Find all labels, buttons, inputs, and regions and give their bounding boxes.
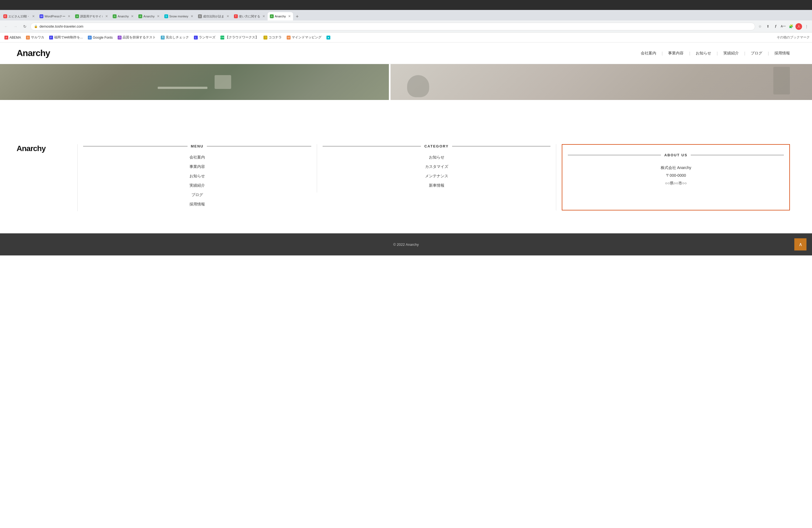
tab-close-icon[interactable]: ✕ [31,14,35,18]
tab-favicon: W [40,14,43,18]
bookmark-midashi[interactable]: 見 見出しチェック [159,34,191,41]
menu-icon[interactable]: ⋮ [803,23,810,30]
tab-label: Anarchy [118,15,129,18]
tab-label: エビさん13期・ [8,14,30,18]
bookmark-more[interactable]: その他のブックマーク [777,35,810,40]
tab-close-icon[interactable]: ✕ [104,14,108,18]
tab-tsukai[interactable]: T 使い方に関する ✕ [232,12,267,20]
tab-ebi[interactable]: E エビさん13期・ ✕ [1,12,37,20]
nav-company[interactable]: 会社案内 [635,51,662,56]
footer-menu-item-business[interactable]: 事業内容 [83,164,311,169]
back-button[interactable]: ← [2,23,10,30]
chevron-up-icon: ∧ [799,241,802,247]
bookmark-saruwaka[interactable]: S サルワカ [24,34,46,41]
new-tab-button[interactable]: + [293,13,301,20]
tab-favicon: S [164,14,168,18]
profile-icon[interactable]: 人 [795,23,802,30]
bookmark-favicon: 品 [118,35,121,40]
footer-category-column: CATEGORY お知らせ カスタマイズ メンテナンス 新車情報 [317,144,556,192]
nav-news[interactable]: お知らせ [690,51,717,56]
tab-anarchy-active[interactable]: A Anarchy ✕ [267,12,293,20]
forward-button[interactable]: → [12,23,19,30]
tab-seikou[interactable]: S 成功法則が詰ま ✕ [196,12,231,20]
footer-menu-item-recruit[interactable]: 採用情報 [83,202,311,207]
tab-label: Anarchy [275,15,286,18]
bookmark-label: ABEMA [10,35,21,40]
tab-label: Anarchy [143,15,155,18]
bookmark-more-label: その他のブックマーク [777,35,810,39]
footer-menu-item-achievements[interactable]: 実績紹介 [83,183,311,188]
footer-cat-item-maintenance[interactable]: メンテナンス [323,174,551,179]
bookmark-mindmap[interactable]: M マインドマッピング [285,34,324,41]
tab-close-icon[interactable]: ✕ [67,14,70,18]
tab-snow[interactable]: S Snow monkey ✕ [162,12,195,20]
footer-menu-item-news[interactable]: お知らせ [83,174,311,179]
translate-icon[interactable]: A一 [780,23,787,30]
tab-favicon: A [113,14,117,18]
tab-kadai[interactable]: A 課題用デモサイ↑ ✕ [73,12,110,20]
title-bar [0,0,812,10]
tab-label: Snow monkey [169,15,188,18]
share-icon[interactable]: ⬆ [765,23,771,30]
font-icon[interactable]: f [772,23,779,30]
tab-close-icon[interactable]: ✕ [287,14,291,18]
nav-blog[interactable]: ブログ [745,51,768,56]
address-right-icons: ☆ ⬆ f A一 🧩 人 ⋮ [757,23,810,30]
about-us-content: 株式会社 Anarchy 〒000-0000 ○○県○○市○○ [568,164,784,187]
tab-close-icon[interactable]: ✕ [226,14,229,18]
bookmark-coconala[interactable]: コ ココナラ [261,34,284,41]
bookmark-label: Google Fonts [93,35,113,40]
tab-label: 課題用デモサイ↑ [80,14,103,18]
tab-favicon: A [270,14,274,18]
hero-image [0,64,812,100]
tab-favicon: T [234,14,238,18]
tab-close-icon[interactable]: ✕ [130,14,134,18]
nav-business[interactable]: 事業内容 [663,51,689,56]
footer-logo-column: Anarchy [17,144,77,153]
nav-recruit[interactable]: 採用情報 [769,51,795,56]
bookmark-favicon: S [26,35,30,40]
tab-bar: E エビさん13期・ ✕ W WordPressテー ✕ A 課題用デモサイ↑ … [0,10,812,20]
footer-widgets: Anarchy MENU 会社案内 事業内容 お知らせ 実績紹介 ブログ 採用情… [0,133,812,222]
footer-menu-item-company[interactable]: 会社案内 [83,155,311,160]
tab-wordpress[interactable]: W WordPressテー ✕ [37,12,73,20]
bookmark-lancers[interactable]: L ランサーズ [192,34,218,41]
bookmark-favicon: CW [220,35,224,40]
bookmark-label: 【クラウドワークス】 [226,35,259,40]
content-space [0,100,812,133]
bookmark-star-icon[interactable]: ☆ [757,23,764,30]
footer-cat-item-customize[interactable]: カスタマイズ [323,164,551,169]
bookmark-hinshitsu[interactable]: 品 品質を担保するテスト [115,34,158,41]
footer-menu-column: MENU 会社案内 事業内容 お知らせ 実績紹介 ブログ 採用情報 [77,144,317,211]
tab-label: 使い方に関する [239,14,260,18]
website-content: Anarchy 会社案内 | 事業内容 | お知らせ | 実績紹介 | ブログ … [0,43,812,263]
footer-about-column: ABOUT US 株式会社 Anarchy 〒000-0000 ○○県○○市○○ [556,144,795,210]
nav-achievements[interactable]: 実績紹介 [718,51,744,56]
about-address: ○○県○○市○○ [568,179,784,187]
bookmark-extra[interactable]: ● [324,34,333,41]
about-postal: 〒000-0000 [568,172,784,179]
footer-cat-item-newcar[interactable]: 新車情報 [323,183,551,188]
back-to-top-button[interactable]: ∧ [794,238,807,250]
tab-close-icon[interactable]: ✕ [156,14,160,18]
bookmark-favicon: ● [327,35,330,40]
bookmark-google-fonts[interactable]: G Google Fonts [86,34,115,41]
tab-anarchy1[interactable]: A Anarchy ✕ [111,12,136,20]
bookmark-label: 見出しチェック [166,35,189,40]
tab-anarchy2[interactable]: A Anarchy ✕ [136,12,162,20]
extensions-icon[interactable]: 🧩 [788,23,794,30]
tab-favicon: S [198,14,202,18]
bookmark-crowdworks[interactable]: CW 【クラウドワークス】 [218,34,261,41]
tab-close-icon[interactable]: ✕ [189,14,193,18]
footer-cat-item-news[interactable]: お知らせ [323,155,551,160]
bookmark-abema[interactable]: A ABEMA [2,34,23,41]
bookmark-label: マインドマッピング [292,35,321,40]
tab-close-icon[interactable]: ✕ [261,14,265,18]
address-input[interactable]: 🔒 demosite.toshi-traveler.com [30,23,755,30]
bookmark-favicon: F [49,35,53,40]
hero-right-panel [391,64,812,100]
bookmark-fukuoka[interactable]: F 福岡でweb制作を... [47,34,85,41]
reload-button[interactable]: ↻ [21,23,29,30]
about-company-name: 株式会社 Anarchy [568,164,784,172]
footer-menu-item-blog[interactable]: ブログ [83,192,311,197]
